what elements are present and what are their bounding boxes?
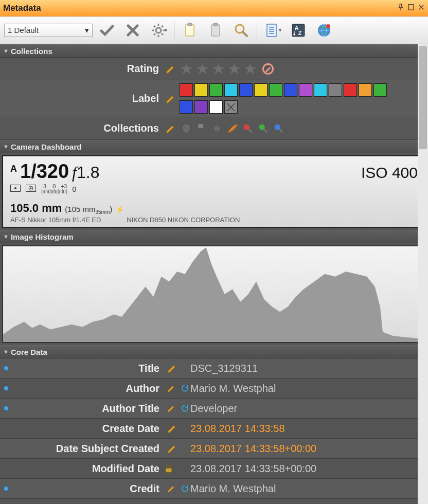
field-value[interactable]: 23.08.2017 14:33:58+00:00: [189, 463, 428, 475]
refresh-icon[interactable]: [181, 403, 189, 413]
sort-az-button[interactable]: AZ: [287, 19, 310, 42]
list-button[interactable]: ▾: [261, 19, 284, 42]
star-5[interactable]: ★: [243, 61, 257, 77]
refresh-icon[interactable]: [181, 483, 189, 494]
section-header-collections[interactable]: ▼Collections: [0, 44, 428, 58]
focal-length-35mm: (105 mm35mm): [65, 205, 112, 215]
section-header-camera[interactable]: ▼Camera Dashboard: [0, 140, 428, 153]
apply-button[interactable]: [96, 19, 118, 42]
label-swatch[interactable]: [239, 83, 253, 97]
section-title: Core Data: [11, 348, 47, 356]
triangle-down-icon: ▼: [3, 349, 9, 355]
flag-icon[interactable]: [195, 122, 208, 135]
data-row: TitleDSC_3129311: [0, 358, 428, 379]
label-label: Label: [0, 87, 162, 110]
pencil-icon[interactable]: [167, 423, 178, 434]
star-3[interactable]: ★: [211, 61, 225, 77]
refresh-icon[interactable]: [181, 383, 189, 393]
field-icons: [162, 403, 189, 414]
label-swatch-none[interactable]: [224, 100, 238, 114]
section-header-histogram[interactable]: ▼Image Histogram: [0, 230, 428, 243]
settings-button[interactable]: ▾: [147, 19, 170, 42]
field-value[interactable]: Developer: [189, 403, 428, 415]
pin-red-icon[interactable]: [241, 122, 255, 135]
svg-point-13: [214, 125, 220, 132]
field-icons: [162, 463, 189, 474]
feather-icon[interactable]: [226, 122, 239, 135]
label-swatch[interactable]: [180, 100, 193, 114]
label-swatch[interactable]: [194, 83, 208, 97]
label-swatch[interactable]: [344, 83, 357, 97]
toolbar: 1 Default ▾ ▾ ▾ AZ: [0, 16, 428, 44]
label-swatch[interactable]: [209, 83, 223, 97]
label-swatch[interactable]: [254, 83, 268, 97]
cancel-button[interactable]: [121, 19, 144, 42]
dot-icon[interactable]: [210, 122, 224, 135]
info-icon[interactable]: [0, 406, 12, 411]
section-title: Collections: [11, 47, 52, 56]
label-swatch[interactable]: [359, 83, 372, 97]
svg-rect-5: [213, 23, 218, 26]
field-value[interactable]: DSC_3129311: [189, 363, 428, 374]
star-1[interactable]: ★: [180, 61, 193, 77]
window-controls: [397, 4, 425, 13]
field-label: Credit: [12, 483, 162, 495]
maximize-icon[interactable]: [407, 4, 415, 13]
label-swatch[interactable]: [194, 100, 208, 114]
svg-rect-0: [408, 4, 414, 10]
pencil-icon[interactable]: [167, 383, 176, 394]
pencil-icon[interactable]: [167, 403, 176, 414]
ev-scale-ticks: |ıılıı|ıılıı|ıılıı|: [41, 189, 67, 194]
info-icon[interactable]: [0, 386, 12, 391]
layout-dropdown[interactable]: 1 Default ▾: [4, 24, 93, 37]
info-icon[interactable]: [0, 366, 12, 371]
pin-icon[interactable]: [397, 4, 404, 13]
exposure-row: A 1/320 f 1.8 ISO 400: [10, 160, 418, 183]
svg-text:Z: Z: [298, 30, 301, 36]
metering-row: -3 0 +3 |ıılıı|ıılıı|ıılıı| 0: [10, 184, 418, 194]
close-icon[interactable]: [418, 4, 425, 13]
pencil-icon[interactable]: [167, 483, 176, 494]
field-value[interactable]: Mario M. Westphal: [189, 483, 428, 495]
data-row: Date Subject Created23.08.2017 14:33:58+…: [0, 439, 428, 459]
layout-name: 1 Default: [8, 26, 39, 34]
field-icons: [162, 483, 189, 494]
label-swatch[interactable]: [284, 83, 297, 97]
field-value[interactable]: Mario M. Westphal: [189, 383, 428, 394]
label-swatch[interactable]: [224, 83, 238, 97]
scrollbar[interactable]: [418, 44, 428, 504]
globe-button[interactable]: [313, 19, 335, 42]
field-value[interactable]: 23.08.2017 14:33:58+00:00: [189, 443, 428, 455]
pencil-icon[interactable]: [165, 93, 176, 104]
label-swatch[interactable]: [269, 83, 282, 97]
camera-model: NIKON D850 NIKON CORPORATION: [127, 216, 240, 224]
pencil-icon[interactable]: [167, 363, 178, 374]
label-swatch[interactable]: [209, 100, 223, 114]
label-swatch[interactable]: [373, 83, 387, 97]
data-row: Author TitleDeveloper: [0, 399, 428, 419]
pin-blue-icon[interactable]: [272, 122, 286, 135]
copy-button[interactable]: [179, 19, 201, 42]
star-2[interactable]: ★: [195, 61, 209, 77]
label-swatch[interactable]: [329, 83, 342, 97]
label-swatch[interactable]: [299, 83, 312, 97]
search-button[interactable]: [230, 19, 253, 42]
field-value[interactable]: 23.08.2017 14:33:58: [189, 423, 428, 435]
reject-icon[interactable]: [262, 63, 274, 75]
shield-icon[interactable]: [180, 122, 193, 135]
pencil-icon[interactable]: [167, 443, 178, 454]
section-header-core[interactable]: ▼Core Data: [0, 345, 428, 358]
pencil-icon[interactable]: [165, 63, 176, 75]
label-swatch[interactable]: [314, 83, 327, 97]
label-swatch[interactable]: [180, 83, 193, 97]
collections-label: Collections: [0, 117, 162, 139]
pin-green-icon[interactable]: [257, 122, 270, 135]
paste-button[interactable]: [204, 19, 227, 42]
pencil-icon[interactable]: [165, 123, 176, 134]
svg-point-21: [30, 187, 32, 189]
info-icon[interactable]: [0, 486, 12, 491]
star-4[interactable]: ★: [227, 61, 241, 77]
rating-stars: ★ ★ ★ ★ ★: [180, 58, 428, 80]
scrollbar-thumb[interactable]: [419, 46, 427, 149]
window-title: Metadata: [3, 3, 397, 13]
